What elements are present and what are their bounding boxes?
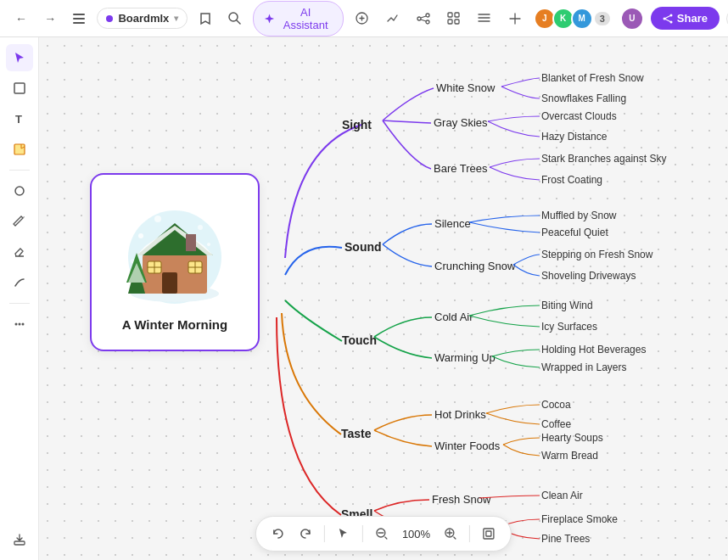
brand-chevron: ▾ [174,14,178,23]
toolbar-center-btn-6[interactable] [503,7,527,31]
svg-line-4 [237,20,240,24]
svg-line-21 [664,15,671,19]
svg-rect-2 [73,22,85,24]
touch-label: Touch [342,333,377,347]
svg-point-7 [426,14,429,17]
svg-rect-60 [486,531,491,536]
menu-button[interactable] [68,7,90,31]
bottom-divider-3 [469,525,470,542]
svg-rect-36 [162,272,177,294]
sidebar-divider-2 [9,303,30,304]
avatar-count: 3 [595,12,610,25]
toolbar-center-btn-1[interactable] [350,7,374,31]
central-card: A Winter Morning [90,173,260,351]
left-sidebar: T [0,37,39,560]
hazy-distance-leaf: Hazy Distance [541,131,608,143]
svg-rect-59 [484,529,494,539]
sidebar-eraser-tool[interactable] [6,238,33,266]
taste-label: Taste [341,427,372,440]
sidebar-pen-tool[interactable] [6,208,33,235]
svg-point-44 [138,233,143,238]
svg-rect-23 [14,83,25,93]
blanket-fresh-snow-leaf: Blanket of Fresh Snow [541,72,644,84]
avatar-3: M [571,8,593,30]
share-label: Share [677,12,708,25]
sound-label: Sound [344,240,382,254]
snowflakes-falling-leaf: Snowflakes Falling [541,92,626,104]
back-button[interactable]: ← [10,7,32,31]
svg-line-9 [421,16,426,18]
cocoa-leaf: Cocoa [541,399,571,411]
svg-rect-43 [186,234,196,251]
forward-button[interactable]: → [39,7,61,31]
house-illustration [115,193,234,312]
icy-surfaces-leaf: Icy Surfaces [541,321,597,333]
sidebar-connect-tool[interactable] [6,269,33,296]
svg-point-26 [15,187,24,195]
ai-assistant-button[interactable]: AI Assistant [253,1,344,36]
toolbar-center-btn-4[interactable] [442,7,466,31]
toolbar-center-btn-3[interactable] [412,7,435,31]
svg-rect-12 [455,13,459,17]
fit-view-button[interactable] [477,522,501,546]
sidebar-sticky-tool[interactable] [6,136,33,163]
hearty-soups-leaf: Hearty Soups [541,432,603,444]
svg-rect-11 [448,13,452,17]
svg-point-46 [198,225,203,230]
bare-trees-label: Bare Trees [434,162,488,175]
warming-up-label: Warming Up [434,351,496,364]
canvas-area[interactable]: Sight White Snow Blanket of Fresh Snow S… [39,37,728,560]
svg-point-28 [18,323,20,326]
stark-branches-leaf: Stark Branches against Sky [541,153,666,165]
svg-line-22 [664,19,671,22]
shoveling-driveways-leaf: Shoveling Driveways [541,270,636,282]
brand-name: Boardmlx [118,12,169,25]
ai-label: AI Assistant [279,6,333,31]
sidebar-frame-tool[interactable] [6,75,33,102]
muffled-snow-leaf: Muffled by Snow [541,210,617,221]
crunching-snow-label: Crunching Snow [434,260,516,272]
cold-air-label: Cold Air [434,311,473,323]
fresh-snow-label: Fresh Snow [432,493,491,506]
winter-foods-label: Winter Foods [434,440,501,452]
hot-drinks-label: Hot Drinks [434,408,486,421]
share-button[interactable]: Share [651,7,720,30]
sidebar-divider-1 [9,170,30,171]
svg-rect-0 [73,14,85,15]
zoom-out-button[interactable] [370,522,394,546]
white-snow-label: White Snow [436,81,496,94]
card-title: A Winter Morning [122,317,227,332]
sidebar-text-tool[interactable]: T [6,105,33,132]
svg-point-27 [14,323,17,326]
zoom-level: 100% [397,528,435,540]
clean-air-leaf: Clean Air [541,490,583,501]
toolbar-left: ← → Boardmlx ▾ [10,1,344,36]
brand-pill[interactable]: Boardmlx ▾ [97,8,188,29]
overcast-clouds-leaf: Overcast Clouds [541,110,617,122]
main-area: T [0,37,728,560]
search-button[interactable] [223,7,245,31]
avatar-group: J K M 3 [534,8,610,30]
toolbar-center-btn-5[interactable] [473,7,496,31]
sidebar-export-tool[interactable] [6,526,33,553]
svg-point-6 [417,17,421,20]
sidebar-shapes-tool[interactable] [6,177,33,204]
silence-label: Silence [434,217,471,230]
svg-point-8 [426,20,429,24]
fireplace-smoke-leaf: Fireplace Smoke [541,513,618,525]
gray-skies-label: Gray Skies [434,116,488,129]
bookmark-button[interactable] [194,7,216,31]
redo-button[interactable] [294,522,317,546]
sidebar-more-tool[interactable] [6,311,33,338]
select-tool-button[interactable] [332,522,356,546]
holding-hot-beverages-leaf: Holding Hot Beverages [541,344,646,356]
current-user-avatar: U [620,7,644,31]
undo-button[interactable] [266,522,290,546]
toolbar-center-btn-2[interactable] [381,7,405,31]
brand-icon [106,15,113,22]
svg-rect-30 [14,541,25,545]
zoom-in-button[interactable] [439,522,462,546]
toolbar: ← → Boardmlx ▾ [0,0,728,37]
sidebar-cursor-tool[interactable] [6,44,33,71]
svg-rect-13 [448,20,452,24]
